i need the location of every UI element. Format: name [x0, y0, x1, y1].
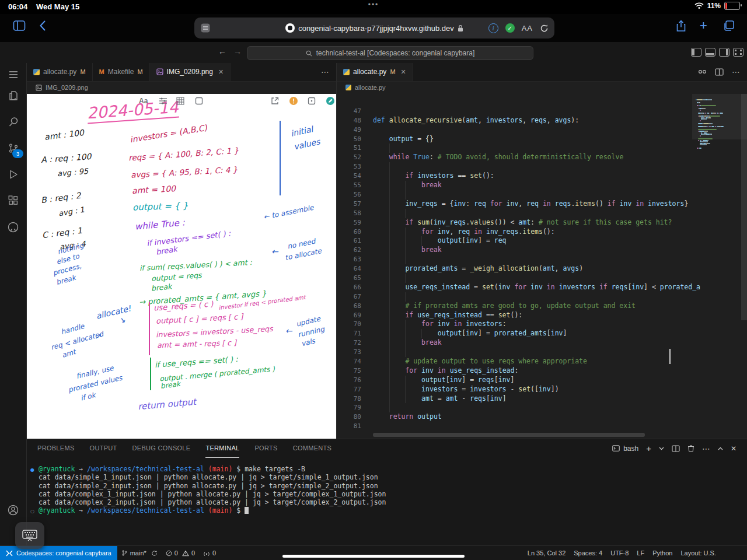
code-line[interactable]: for inv, req in inv_reqs.items():	[373, 228, 691, 237]
code-line[interactable]	[373, 144, 691, 153]
font-preview-icon[interactable]: Aa	[139, 96, 148, 106]
toggle-sidebar-icon[interactable]	[691, 48, 701, 57]
vertical-scrollbar[interactable]	[741, 94, 747, 320]
split-editor-icon[interactable]	[715, 68, 724, 76]
explorer-icon[interactable]	[0, 84, 26, 107]
tab-img-0209[interactable]: IMG_0209.png ✕	[150, 63, 231, 81]
sidebar-toggle-icon[interactable]	[13, 20, 26, 32]
breadcrumb-item[interactable]: allocate.py	[355, 84, 386, 91]
code-line[interactable]: prorated_amts = _weigh_allocation(amt, a…	[373, 264, 691, 274]
remote-indicator[interactable]: Codespaces: congenial capybara	[0, 546, 117, 560]
tab-debug-console[interactable]: DEBUG CONSOLE	[132, 439, 191, 458]
crop-icon[interactable]	[308, 96, 316, 106]
breadcrumb-left[interactable]: IMG_0209.png	[27, 82, 336, 94]
problems-indicator[interactable]: 0 0	[162, 546, 199, 560]
toggle-panel-icon[interactable]	[705, 48, 715, 57]
customize-layout-icon[interactable]	[733, 48, 743, 57]
code-line[interactable]: output[inv] = req	[373, 236, 691, 246]
panel-close-icon[interactable]: ✕	[731, 444, 736, 453]
ports-indicator[interactable]: 0	[199, 546, 220, 560]
menu-icon[interactable]	[0, 63, 26, 86]
panel-maximize-icon[interactable]	[718, 447, 723, 450]
toggle-secondary-sidebar-icon[interactable]	[719, 48, 729, 57]
code-line[interactable]: for inv in investors:	[373, 320, 691, 329]
edit-icon[interactable]	[326, 96, 335, 106]
multitask-dots-icon[interactable]: •••	[368, 1, 379, 9]
extensions-icon[interactable]	[0, 189, 26, 212]
close-tab-icon[interactable]: ✕	[218, 68, 224, 76]
keyboard-button[interactable]	[15, 522, 44, 549]
tab-output[interactable]: OUTPUT	[90, 439, 117, 458]
command-center[interactable]: technical-test-al [Codespaces: congenial…	[247, 46, 533, 60]
breadcrumb-right[interactable]: allocate.py	[337, 82, 747, 94]
nav-back-icon[interactable]: ←	[218, 47, 226, 56]
minimap[interactable]	[696, 97, 738, 150]
code-line[interactable]	[373, 209, 691, 218]
panel-more-icon[interactable]: ⋯	[702, 444, 710, 453]
code-line[interactable]: break	[373, 246, 691, 255]
reader-text-size[interactable]: AA	[522, 24, 533, 33]
tab-makefile[interactable]: M Makefile M	[93, 63, 150, 81]
branch-indicator[interactable]: main*	[117, 546, 162, 560]
new-tab-icon[interactable]: +	[700, 18, 707, 33]
code-line[interactable]: if use_reqs_instead == set():	[373, 311, 691, 320]
info-icon[interactable]: i	[488, 23, 498, 33]
cursor-position[interactable]: Ln 35, Col 32	[523, 546, 570, 560]
terminal-output[interactable]: ●@ryantuck → /workspaces/technical-test-…	[27, 459, 747, 546]
secure-check-icon[interactable]: ✓	[505, 23, 515, 33]
shell-label[interactable]: bash	[612, 444, 638, 453]
export-icon[interactable]	[271, 96, 279, 106]
breadcrumb-item[interactable]: IMG_0209.png	[46, 84, 88, 91]
back-icon[interactable]	[39, 20, 46, 32]
horizontal-scrollbar[interactable]	[373, 433, 645, 437]
warning-icon[interactable]	[289, 96, 298, 106]
code-line[interactable]	[373, 292, 691, 302]
code-line[interactable]: return output	[373, 412, 691, 422]
tab-ports[interactable]: PORTS	[254, 439, 277, 458]
code-line[interactable]: # if prorated amts are good to go, updat…	[373, 302, 691, 311]
code-line[interactable]: break	[373, 181, 691, 190]
nav-forward-icon[interactable]: →	[233, 47, 242, 56]
share-icon[interactable]	[676, 20, 686, 32]
run-debug-icon[interactable]	[0, 163, 26, 186]
more-actions-icon[interactable]: ⋯	[732, 67, 740, 76]
code-line[interactable]	[373, 403, 691, 412]
code-line[interactable]: while True: # TODO avoid, should determi…	[373, 153, 691, 162]
new-terminal-icon[interactable]: +	[646, 443, 651, 453]
code-line[interactable]: # update output to use reqs where approp…	[373, 357, 691, 366]
code-line[interactable]	[373, 422, 691, 431]
page-settings-icon[interactable]	[200, 23, 211, 33]
language-mode[interactable]: Python	[648, 546, 676, 560]
code-line[interactable]	[373, 162, 691, 172]
code-line[interactable]	[373, 255, 691, 264]
keyboard-layout[interactable]: Layout: U.S.	[676, 546, 720, 560]
home-indicator[interactable]	[282, 555, 465, 558]
adjust-icon[interactable]	[159, 96, 167, 106]
code-line[interactable]	[373, 274, 691, 283]
tab-allocate-py-left[interactable]: allocate.py M	[27, 63, 93, 81]
code-line[interactable]: for inv in use_reqs_instead:	[373, 366, 691, 376]
split-terminal-icon[interactable]	[672, 445, 680, 452]
open-changes-icon[interactable]	[698, 68, 707, 76]
reload-icon[interactable]	[540, 24, 549, 33]
code-line[interactable]	[373, 125, 691, 135]
eol-sequence[interactable]: LF	[633, 546, 648, 560]
code-line[interactable]: output = {}	[373, 135, 691, 144]
code-line[interactable]: if sum(inv_reqs.values()) < amt: # not s…	[373, 218, 691, 228]
code-line[interactable]	[373, 190, 691, 200]
frame-icon[interactable]	[195, 96, 203, 106]
code-line[interactable]: use_reqs_instead = set(inv for inv in in…	[373, 283, 691, 292]
code-line[interactable]: break	[373, 338, 691, 348]
code-line[interactable]: def allocate_recursive(amt, investors, r…	[373, 116, 691, 125]
code-line[interactable]	[373, 348, 691, 357]
code-line[interactable]: amt = amt - reqs[inv]	[373, 394, 691, 404]
code-line[interactable]: output[inv] = reqs[inv]	[373, 376, 691, 385]
terminal-dropdown-icon[interactable]	[659, 447, 664, 450]
url-text[interactable]: congenial-capybara-p77jjpjqr4hxvw.github…	[298, 24, 454, 33]
kill-terminal-icon[interactable]	[687, 444, 694, 452]
tab-terminal[interactable]: TERMINAL	[205, 439, 239, 458]
indentation[interactable]: Spaces: 4	[570, 546, 606, 560]
code-line[interactable]: investors = investors - set([inv])	[373, 385, 691, 394]
tab-allocate-py-right[interactable]: allocate.py M ✕	[337, 63, 413, 81]
grid-icon[interactable]	[176, 96, 184, 106]
